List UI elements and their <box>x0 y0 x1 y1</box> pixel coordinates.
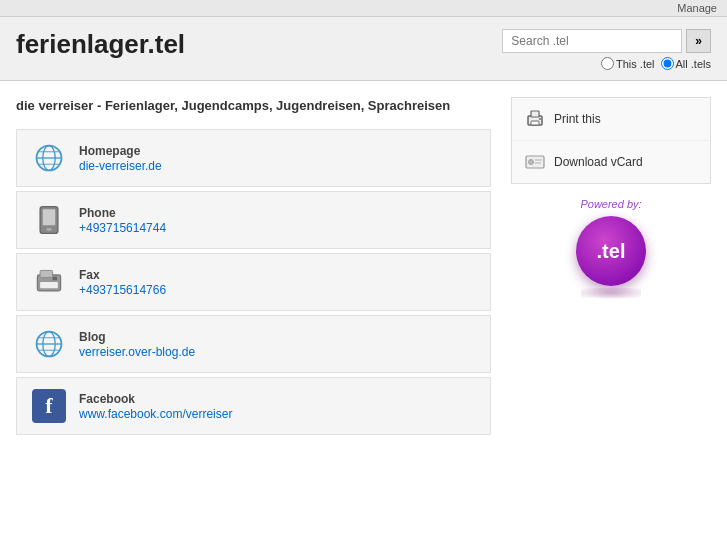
card-content-1: Phone +493715614744 <box>79 206 166 235</box>
tel-logo: .tel <box>576 216 646 286</box>
right-column: Print this Download vCard Powered by: .t… <box>511 97 711 439</box>
card-value-2[interactable]: +493715614766 <box>79 283 166 297</box>
card-value-1[interactable]: +493715614744 <box>79 221 166 235</box>
svg-rect-10 <box>40 282 58 288</box>
card-label-0: Homepage <box>79 144 162 158</box>
radio-this-label[interactable]: This .tel <box>601 57 655 70</box>
card-icon-4: f <box>31 388 67 424</box>
print-label: Print this <box>554 112 601 126</box>
powered-by-label: Powered by: <box>511 198 711 210</box>
search-row: » <box>502 29 711 53</box>
left-column: die verreiser - Ferienlager, Jugendcamps… <box>16 97 491 439</box>
svg-rect-6 <box>43 210 55 226</box>
site-title: ferienlager.tel <box>16 29 185 60</box>
svg-rect-9 <box>40 271 52 278</box>
tel-logo-text: .tel <box>597 240 626 263</box>
card-label-3: Blog <box>79 330 195 344</box>
radio-row: This .tel All .tels <box>601 57 711 70</box>
facebook-icon: f <box>32 389 66 423</box>
manage-link[interactable]: Manage <box>677 2 717 14</box>
radio-all[interactable] <box>661 57 674 70</box>
svg-rect-19 <box>531 121 539 125</box>
svg-point-22 <box>529 160 534 165</box>
tel-logo-shadow <box>581 288 641 298</box>
vcard-label: Download vCard <box>554 155 643 169</box>
card-content-0: Homepage die-verreiser.de <box>79 144 162 173</box>
card-content-4: Facebook www.facebook.com/verreiser <box>79 392 232 421</box>
svg-point-20 <box>539 118 541 120</box>
main-content: die verreiser - Ferienlager, Jugendcamps… <box>0 81 727 455</box>
svg-rect-11 <box>53 277 57 281</box>
card-label-2: Fax <box>79 268 166 282</box>
info-card: f Facebook www.facebook.com/verreiser <box>16 377 491 435</box>
search-button[interactable]: » <box>686 29 711 53</box>
info-card: Phone +493715614744 <box>16 191 491 249</box>
card-icon-3 <box>31 326 67 362</box>
card-label-1: Phone <box>79 206 166 220</box>
print-action[interactable]: Print this <box>512 98 710 141</box>
header: ferienlager.tel » This .tel All .tels <box>0 17 727 81</box>
page-title: die verreiser - Ferienlager, Jugendcamps… <box>16 97 491 115</box>
info-card: Fax +493715614766 <box>16 253 491 311</box>
powered-by: Powered by: .tel <box>511 198 711 298</box>
card-content-2: Fax +493715614766 <box>79 268 166 297</box>
radio-this[interactable] <box>601 57 614 70</box>
radio-all-label[interactable]: All .tels <box>661 57 711 70</box>
card-icon-0 <box>31 140 67 176</box>
card-value-0[interactable]: die-verreiser.de <box>79 159 162 173</box>
action-card: Print this Download vCard <box>511 97 711 184</box>
info-card: Blog verreiser.over-blog.de <box>16 315 491 373</box>
print-icon <box>524 108 546 130</box>
card-label-4: Facebook <box>79 392 232 406</box>
card-value-3[interactable]: verreiser.over-blog.de <box>79 345 195 359</box>
card-icon-1 <box>31 202 67 238</box>
svg-rect-18 <box>531 111 539 117</box>
vcard-action[interactable]: Download vCard <box>512 141 710 183</box>
manage-bar: Manage <box>0 0 727 17</box>
card-value-4[interactable]: www.facebook.com/verreiser <box>79 407 232 421</box>
card-content-3: Blog verreiser.over-blog.de <box>79 330 195 359</box>
card-icon-2 <box>31 264 67 300</box>
header-right: » This .tel All .tels <box>502 29 711 70</box>
svg-rect-7 <box>46 228 51 231</box>
search-input[interactable] <box>502 29 682 53</box>
info-card: Homepage die-verreiser.de <box>16 129 491 187</box>
vcard-icon <box>524 151 546 173</box>
cards-container: Homepage die-verreiser.de Phone +4937156… <box>16 129 491 435</box>
